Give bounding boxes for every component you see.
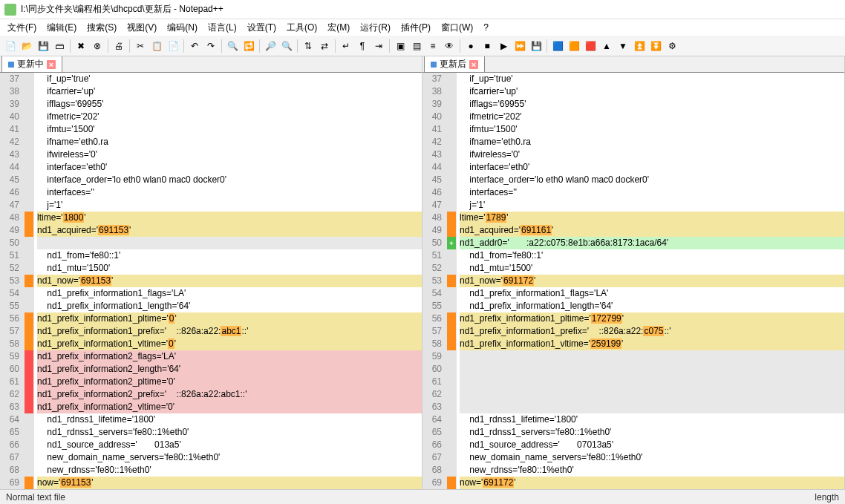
left-code[interactable]: if_up='true' ifcarrier='up' ifflags='699…	[34, 73, 422, 489]
left-pane: 更新中 × 3738394041424344454647484950515253…	[0, 56, 422, 489]
menu-item[interactable]: 搜索(S)	[82, 20, 121, 36]
compare-icon[interactable]: 🟦	[550, 39, 565, 53]
tab-close-icon[interactable]: ×	[469, 60, 478, 69]
fold-icon[interactable]: ▣	[393, 39, 408, 53]
menu-item[interactable]: 窗口(W)	[437, 20, 477, 36]
last-diff-icon[interactable]: ⏬	[648, 39, 663, 53]
cut-icon[interactable]: ✂	[133, 39, 148, 53]
split-panes: 更新中 × 3738394041424344454647484950515253…	[0, 56, 845, 489]
window-title: I:\同步文件夹\编程相关\dhcpcd\更新后 - Notepad++	[21, 3, 224, 16]
nav-down-icon[interactable]: ▼	[616, 39, 630, 53]
paste-icon[interactable]: 📄	[166, 39, 180, 53]
play-icon[interactable]: ▶	[496, 39, 511, 53]
doc-map-icon[interactable]: ▤	[409, 39, 424, 53]
fast-icon[interactable]: ⏩	[512, 39, 527, 53]
right-pane: 更新后 × 3738394041424344454647484950515253…	[422, 56, 845, 489]
tab-right[interactable]: 更新后 ×	[424, 56, 485, 72]
menu-item[interactable]: 运行(R)	[356, 20, 395, 36]
app-icon	[4, 4, 16, 16]
tab-right-label: 更新后	[440, 58, 466, 71]
status-bar: Normal text file length	[0, 489, 845, 504]
menu-item[interactable]: 工具(O)	[282, 20, 322, 36]
menu-item[interactable]: 视图(V)	[123, 20, 161, 36]
zoom-in-icon[interactable]: 🔎	[263, 39, 278, 53]
toolbar: 📄 📂 💾 🗃 ✖ ⊗ 🖨 ✂ 📋 📄 ↶ ↷ 🔍 🔁 🔎 🔍 ⇅ ⇄ ↵ ¶ …	[0, 36, 845, 56]
redo-icon[interactable]: ↷	[203, 39, 218, 53]
close-all-icon[interactable]: ⊗	[90, 39, 105, 53]
right-tabs: 更新后 ×	[422, 56, 844, 73]
sync-v-icon[interactable]: ⇅	[301, 39, 316, 53]
status-left: Normal text file	[6, 492, 65, 503]
copy-icon[interactable]: 📋	[149, 39, 164, 53]
open-icon[interactable]: 📂	[19, 39, 34, 53]
menu-item[interactable]: 语言(L)	[203, 20, 241, 36]
tab-left[interactable]: 更新中 ×	[1, 56, 62, 72]
left-tabs: 更新中 ×	[0, 56, 422, 73]
menu-item[interactable]: 插件(P)	[397, 20, 435, 36]
file-icon	[8, 62, 14, 68]
compare3-icon[interactable]: 🟥	[583, 39, 598, 53]
stop-icon[interactable]: ■	[480, 39, 495, 53]
right-gutter: 3738394041424344454647484950515253545556…	[422, 73, 446, 489]
zoom-out-icon[interactable]: 🔍	[279, 39, 294, 53]
save-macro-icon[interactable]: 💾	[529, 39, 544, 53]
menu-item[interactable]: 编辑(E)	[42, 20, 81, 36]
undo-icon[interactable]: ↶	[187, 39, 202, 53]
print-icon[interactable]: 🖨	[111, 39, 126, 53]
save-all-icon[interactable]: 🗃	[52, 39, 67, 53]
left-gutter: 3738394041424344454647484950515253545556…	[0, 73, 24, 489]
save-icon[interactable]: 💾	[36, 39, 50, 53]
monitor-icon[interactable]: 👁	[442, 39, 457, 53]
close-icon[interactable]: ✖	[74, 39, 88, 53]
left-diff-marks	[24, 73, 34, 489]
status-right: length	[815, 492, 839, 503]
show-all-icon[interactable]: ¶	[355, 39, 370, 53]
menu-item[interactable]: ?	[479, 21, 493, 34]
record-icon[interactable]: ●	[463, 39, 478, 53]
diff-opts-icon[interactable]: ⚙	[665, 39, 679, 53]
menu-item[interactable]: 宏(M)	[323, 20, 354, 36]
menu-bar: 文件(F)编辑(E)搜索(S)视图(V)编码(N)语言(L)设置(T)工具(O)…	[0, 19, 845, 36]
menu-item[interactable]: 文件(F)	[3, 20, 41, 36]
tab-close-icon[interactable]: ×	[47, 60, 56, 69]
left-editor[interactable]: 3738394041424344454647484950515253545556…	[0, 73, 422, 489]
compare2-icon[interactable]: 🟧	[567, 39, 581, 53]
wrap-icon[interactable]: ↵	[339, 39, 353, 53]
right-editor[interactable]: 3738394041424344454647484950515253545556…	[422, 73, 844, 489]
new-file-icon[interactable]: 📄	[3, 39, 18, 53]
right-diff-marks: +	[446, 73, 457, 489]
func-list-icon[interactable]: ≡	[425, 39, 440, 53]
file-icon	[431, 62, 437, 68]
menu-item[interactable]: 编码(N)	[163, 20, 202, 36]
replace-icon[interactable]: 🔁	[241, 39, 256, 53]
right-code[interactable]: if_up='true' ifcarrier='up' ifflags='699…	[457, 73, 844, 489]
menu-item[interactable]: 设置(T)	[243, 20, 281, 36]
find-icon[interactable]: 🔍	[225, 39, 240, 53]
nav-up-icon[interactable]: ▲	[599, 39, 614, 53]
title-bar: I:\同步文件夹\编程相关\dhcpcd\更新后 - Notepad++	[0, 0, 845, 19]
sync-h-icon[interactable]: ⇄	[317, 39, 332, 53]
indent-icon[interactable]: ⇥	[371, 39, 386, 53]
first-diff-icon[interactable]: ⏫	[632, 39, 647, 53]
tab-left-label: 更新中	[17, 58, 44, 71]
